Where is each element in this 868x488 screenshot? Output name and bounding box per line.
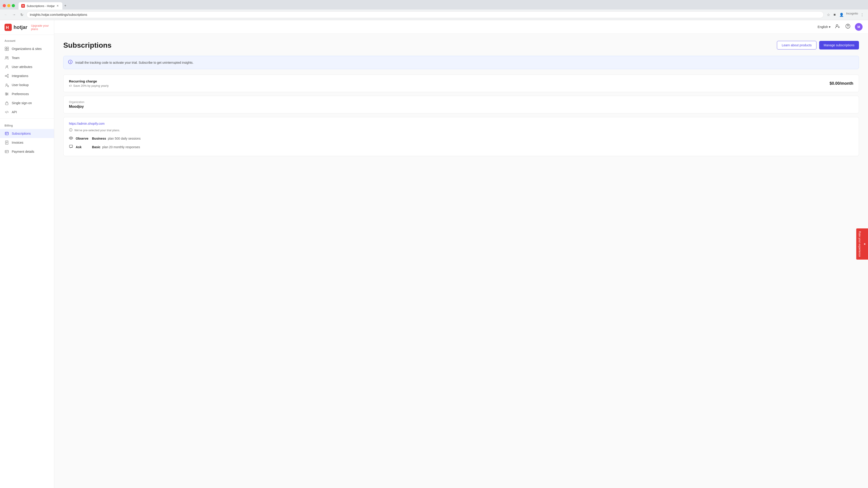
user-attributes-icon xyxy=(4,65,9,69)
sidebar-item-invoices[interactable]: Invoices xyxy=(0,138,54,147)
browser-nav-bar: ← → ↻ insights.hotjar.com/settings/subsc… xyxy=(0,9,868,20)
alert-banner: Install the tracking code to activate yo… xyxy=(63,56,859,69)
app-header: H hotjar Upgrade your plans xyxy=(0,20,54,35)
team-label: Team xyxy=(12,56,20,60)
svg-point-7 xyxy=(7,57,8,58)
shopify-link[interactable]: https://admin.shopify.com xyxy=(69,122,853,125)
user-lookup-label: User lookup xyxy=(12,83,29,87)
page-title: Subscriptions xyxy=(63,41,112,50)
plan-card: https://admin.shopify.com We've pre-sele… xyxy=(63,117,859,156)
rate-tab-icon: ★ xyxy=(863,242,866,246)
sidebar-item-preferences[interactable]: Preferences xyxy=(0,90,54,98)
help-btn[interactable] xyxy=(844,23,851,31)
sidebar-item-team[interactable]: Team xyxy=(0,53,54,62)
trial-text: We've pre-selected your trial plans. xyxy=(74,129,120,132)
ask-icon xyxy=(69,144,73,150)
sidebar-item-sso[interactable]: Single sign-on xyxy=(0,98,54,107)
incognito-btn[interactable]: 👤 xyxy=(838,12,845,18)
org-name: Moodjoy xyxy=(69,105,853,109)
svg-rect-3 xyxy=(7,47,8,48)
alert-text: Install the tracking code to activate yo… xyxy=(75,61,193,64)
sidebar: H hotjar Upgrade your plans Account Orga… xyxy=(0,20,54,488)
svg-rect-34 xyxy=(6,152,6,152)
rate-experience-tab[interactable]: ★ Rate your experience xyxy=(856,228,868,260)
tab-list: H Subscriptions - Hotjar ✕ + xyxy=(19,2,68,9)
invoices-label: Invoices xyxy=(12,141,23,144)
svg-line-16 xyxy=(8,87,9,87)
tab-favicon: H xyxy=(21,4,25,8)
main-content: Subscriptions Learn about products Manag… xyxy=(54,34,868,488)
svg-point-10 xyxy=(7,74,8,75)
reload-btn[interactable]: ↻ xyxy=(19,12,25,18)
user-attributes-label: User attributes xyxy=(12,65,32,69)
language-selector[interactable]: English ▾ xyxy=(817,25,831,29)
learn-about-products-btn[interactable]: Learn about products xyxy=(777,41,816,50)
language-dropdown-icon: ▾ xyxy=(829,25,831,29)
svg-rect-4 xyxy=(5,49,6,51)
hotjar-logo: H hotjar xyxy=(4,24,27,31)
sidebar-nav: Account Organizations & sites Team User … xyxy=(0,35,54,157)
sidebar-item-api[interactable]: API xyxy=(0,107,54,117)
observe-plan-row: Observe Business plan 500 daily sessions xyxy=(69,134,853,143)
logo-text: hotjar xyxy=(13,24,27,30)
sidebar-item-integrations[interactable]: Integrations xyxy=(0,71,54,80)
address-text: insights.hotjar.com/settings/subscriptio… xyxy=(30,13,87,17)
svg-line-13 xyxy=(6,76,7,77)
svg-point-45 xyxy=(70,129,71,129)
recurring-charge-row: Recurring charge 🏷 Save 20% by paying ye… xyxy=(64,75,859,92)
upgrade-link[interactable]: Upgrade your plans xyxy=(31,24,50,31)
invoices-icon xyxy=(4,140,9,145)
save-text: 🏷 Save 20% by paying yearly xyxy=(69,84,109,88)
observe-desc: plan 500 daily sessions xyxy=(108,137,141,140)
window-controls[interactable] xyxy=(3,4,15,7)
page-actions: Learn about products Manage subscription… xyxy=(777,41,859,50)
sidebar-item-user-attributes[interactable]: User attributes xyxy=(0,62,54,71)
window-close-btn[interactable] xyxy=(3,4,6,7)
window-maximize-btn[interactable] xyxy=(12,4,15,7)
subscriptions-icon xyxy=(4,131,9,136)
org-card-content: Organization Moodjoy xyxy=(64,96,859,113)
app-container: H hotjar Upgrade your plans Account Orga… xyxy=(0,20,868,488)
window-minimize-btn[interactable] xyxy=(7,4,10,7)
svg-point-39 xyxy=(848,27,848,28)
svg-text:H: H xyxy=(6,25,9,30)
info-small-icon xyxy=(69,128,72,132)
sidebar-item-user-lookup[interactable]: User lookup xyxy=(0,80,54,90)
ask-desc: plan 20 monthly responses xyxy=(102,145,140,149)
tab-close-btn[interactable]: ✕ xyxy=(57,4,59,7)
payment-details-label: Payment details xyxy=(12,150,34,153)
sidebar-item-subscriptions[interactable]: Subscriptions xyxy=(0,129,54,138)
svg-line-12 xyxy=(6,75,7,76)
observe-plan-tier: Business plan 500 daily sessions xyxy=(92,137,141,140)
hotjar-logo-icon: H xyxy=(4,24,12,31)
bookmark-btn[interactable]: ☆ xyxy=(826,12,831,18)
preferences-label: Preferences xyxy=(12,92,29,96)
integrations-label: Integrations xyxy=(12,74,28,78)
add-user-btn[interactable] xyxy=(834,23,841,31)
user-avatar[interactable]: M xyxy=(855,23,863,31)
sidebar-item-payment-details[interactable]: Payment details xyxy=(0,147,54,156)
address-bar[interactable]: insights.hotjar.com/settings/subscriptio… xyxy=(26,11,824,18)
tag-icon: 🏷 xyxy=(69,84,72,88)
sidebar-item-orgs-sites[interactable]: Organizations & sites xyxy=(0,44,54,53)
svg-point-35 xyxy=(836,25,838,26)
svg-rect-32 xyxy=(5,151,8,153)
new-tab-btn[interactable]: + xyxy=(62,2,68,9)
ask-plan-tier: Basic plan 20 monthly responses xyxy=(92,145,140,149)
back-btn[interactable]: ← xyxy=(3,12,9,18)
org-label: Organization xyxy=(69,101,853,104)
grid-icon xyxy=(4,46,9,51)
integrations-icon xyxy=(4,74,9,78)
menu-btn[interactable]: ⋮ xyxy=(859,12,865,18)
account-section-label: Account xyxy=(0,36,54,44)
manage-subscriptions-btn[interactable]: Manage subscriptions xyxy=(819,41,859,50)
browser-nav-actions: ☆ ■ 👤 Incognito ⋮ xyxy=(826,12,865,18)
orgs-sites-label: Organizations & sites xyxy=(12,47,41,51)
organization-card: Organization Moodjoy xyxy=(63,96,859,113)
svg-point-21 xyxy=(7,94,8,94)
svg-rect-5 xyxy=(7,49,8,51)
recurring-charge-info: Recurring charge 🏷 Save 20% by paying ye… xyxy=(69,79,109,88)
extensions-btn[interactable]: ■ xyxy=(832,12,837,18)
forward-btn[interactable]: → xyxy=(11,12,17,18)
browser-tab-active[interactable]: H Subscriptions - Hotjar ✕ xyxy=(19,2,62,9)
